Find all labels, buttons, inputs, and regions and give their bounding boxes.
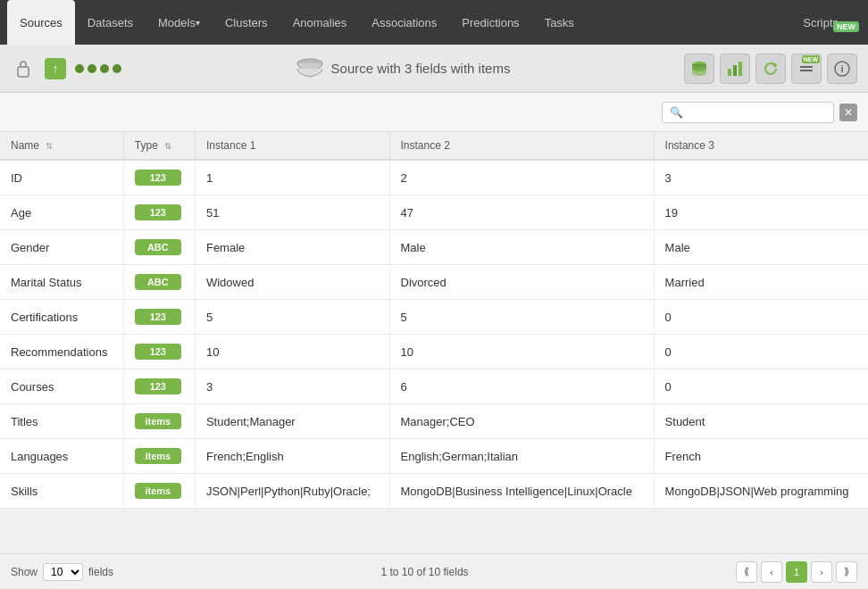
table-wrap: Name ⇅ Type ⇅ Instance 1 Instance 2 Inst… [0, 132, 868, 553]
table-row: GenderABCFemaleMaleMale [0, 230, 868, 265]
cell-inst3: 0 [654, 300, 868, 335]
search-input-wrap: 🔍 [662, 102, 834, 123]
new-badge-2: NEW [802, 55, 820, 63]
cell-type: 123 [123, 335, 195, 369]
cell-inst1: Widowed [195, 265, 389, 300]
svg-text:i: i [840, 63, 843, 74]
cell-inst2: MongoDB|Business Intelligence|Linux|Orac… [389, 474, 654, 509]
table-row: Recommendations12310100 [0, 335, 868, 369]
top-nav: Sources Datasets Models Clusters Anomali… [0, 0, 868, 45]
page-prev-btn[interactable]: ‹ [761, 561, 782, 583]
cell-inst2: 2 [389, 160, 654, 195]
svg-text:↑: ↑ [53, 62, 59, 76]
cell-inst1: 5 [195, 300, 389, 335]
table-row: SkillsitemsJSON|Perl|Python|Ruby|Oracle;… [0, 474, 868, 509]
nav-scripts[interactable]: Scripts ▾ NEW [790, 16, 861, 29]
footer-left: Show 10 25 50 fields [11, 563, 113, 581]
cell-type: items [123, 404, 195, 439]
nav-item-sources[interactable]: Sources [7, 0, 75, 45]
info-btn[interactable]: i [827, 54, 857, 84]
page-first-btn[interactable]: ⟪ [736, 561, 757, 583]
upload-icon[interactable]: ↑ [43, 56, 68, 81]
data-table: Name ⇅ Type ⇅ Instance 1 Instance 2 Inst… [0, 132, 868, 509]
dot-4 [113, 64, 121, 73]
cell-name: Skills [0, 474, 123, 509]
footer-center: 1 to 10 of 10 fields [121, 566, 729, 578]
toolbar-right: NEW i [684, 54, 857, 84]
cell-type: 123 [123, 195, 195, 230]
toolbar: ↑ Source with 3 fields with items [0, 45, 868, 93]
cell-inst3: 0 [654, 335, 868, 369]
svg-rect-6 [733, 65, 737, 76]
toolbar-title-text: Source with 3 fields with items [331, 61, 511, 76]
nav-item-tasks[interactable]: Tasks [532, 0, 587, 45]
page-next-btn[interactable]: › [811, 561, 832, 583]
cell-type: 123 [123, 369, 195, 404]
page-last-btn[interactable]: ⟫ [836, 561, 857, 583]
cell-inst2: 47 [389, 195, 654, 230]
footer-right: ⟪ ‹ 1 › ⟫ [736, 561, 857, 583]
cell-type: 123 [123, 300, 195, 335]
nav-item-models[interactable]: Models [146, 0, 213, 45]
col-type[interactable]: Type ⇅ [123, 132, 195, 160]
cell-name: Age [0, 195, 123, 230]
col-instance2: Instance 2 [389, 132, 654, 160]
cell-inst2: Manager;CEO [389, 404, 654, 439]
cell-name: Languages [0, 439, 123, 474]
dot-1 [75, 64, 84, 73]
cell-name: Gender [0, 230, 123, 265]
cell-name: ID [0, 160, 123, 195]
source-icon [296, 54, 324, 83]
nav-item-anomalies[interactable]: Anomalies [280, 0, 360, 45]
page-1-btn[interactable]: 1 [786, 561, 807, 583]
cell-inst1: 3 [195, 369, 389, 404]
nav-item-datasets[interactable]: Datasets [75, 0, 146, 45]
search-clear-btn[interactable]: ✕ [839, 104, 857, 121]
cell-inst3: 3 [654, 160, 868, 195]
search-input[interactable] [687, 106, 830, 119]
cell-name: Titles [0, 404, 123, 439]
cell-inst1: 1 [195, 160, 389, 195]
table-row: ID123123 [0, 160, 868, 195]
toolbar-dots [75, 64, 121, 73]
nav-item-associations[interactable]: Associations [359, 0, 449, 45]
equals-btn[interactable]: NEW [791, 54, 822, 84]
cell-inst3: French [654, 439, 868, 474]
table-row: Marital StatusABCWidowedDivorcedMarried [0, 265, 868, 300]
dot-2 [88, 64, 96, 73]
cell-inst3: Student [654, 404, 868, 439]
cell-inst3: 19 [654, 195, 868, 230]
nav-item-clusters[interactable]: Clusters [213, 0, 280, 45]
cell-inst2: Male [389, 230, 654, 265]
toolbar-title: Source with 3 fields with items [129, 54, 677, 83]
cell-type: items [123, 439, 195, 474]
show-label: Show [11, 566, 38, 578]
cell-name: Marital Status [0, 265, 123, 300]
table-row: TitlesitemsStudent;ManagerManager;CEOStu… [0, 404, 868, 439]
cell-type: items [123, 474, 195, 509]
col-instance3: Instance 3 [654, 132, 868, 160]
cell-inst1: 10 [195, 335, 389, 369]
refresh-btn[interactable] [755, 54, 786, 84]
search-bar: 🔍 ✕ [0, 93, 868, 132]
col-instance1: Instance 1 [195, 132, 389, 160]
svg-rect-7 [739, 62, 742, 76]
sort-arrows-name: ⇅ [46, 141, 53, 151]
nav-item-predictions[interactable]: Predictions [449, 0, 531, 45]
svg-rect-0 [18, 67, 29, 77]
chart-btn[interactable] [720, 54, 750, 84]
cell-inst3: MongoDB|JSON|Web programming [654, 474, 868, 509]
cell-inst2: 6 [389, 369, 654, 404]
cell-inst3: Male [654, 230, 868, 265]
cell-inst1: French;English [195, 439, 389, 474]
cell-inst1: JSON|Perl|Python|Ruby|Oracle; [195, 474, 389, 509]
table-row: Certifications123550 [0, 300, 868, 335]
col-name[interactable]: Name ⇅ [0, 132, 123, 160]
sort-arrows-type: ⇅ [164, 141, 171, 151]
table-row: Courses123360 [0, 369, 868, 404]
dataset-btn[interactable] [684, 54, 714, 84]
per-page-select[interactable]: 10 25 50 [43, 563, 83, 581]
table-row: LanguagesitemsFrench;EnglishEnglish;Germ… [0, 439, 868, 474]
cell-type: 123 [123, 160, 195, 195]
cell-type: ABC [123, 230, 195, 265]
